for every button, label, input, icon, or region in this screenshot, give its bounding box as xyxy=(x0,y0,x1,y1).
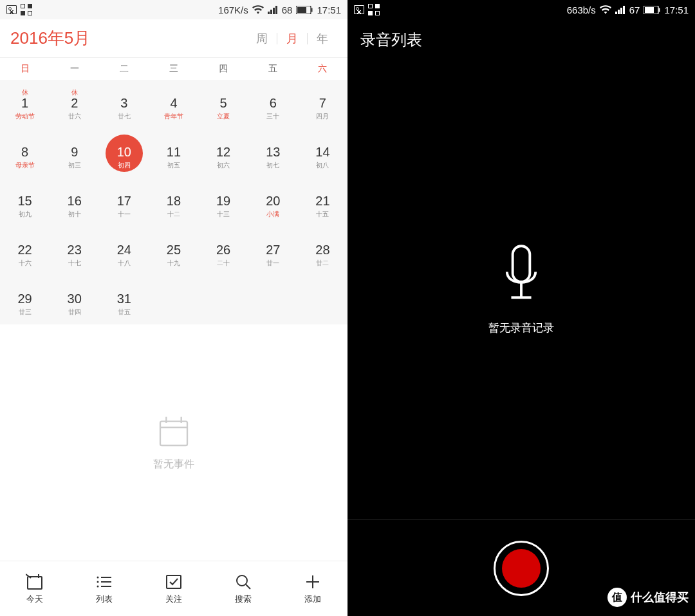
calendar-day[interactable]: 30廿四 xyxy=(50,275,99,324)
view-year[interactable]: 年 xyxy=(308,31,337,46)
calendar-day[interactable]: 6三十 xyxy=(248,80,298,129)
day-number: 6 xyxy=(270,96,277,111)
day-sub: 十八 xyxy=(118,259,131,268)
day-number: 13 xyxy=(266,145,280,160)
calendar-day[interactable]: 休1劳动节 xyxy=(0,80,50,129)
calendar-day[interactable]: 10初四 xyxy=(99,129,149,178)
calendar-day[interactable]: 23十七 xyxy=(50,227,99,275)
day-sub: 廿一 xyxy=(266,259,279,268)
weekday-fri: 五 xyxy=(248,63,298,75)
svg-rect-11 xyxy=(28,577,42,589)
calendar-day[interactable]: 27廿一 xyxy=(248,227,298,275)
nav-search[interactable]: 搜索 xyxy=(208,561,278,616)
calendar-day-empty xyxy=(199,275,248,324)
nav-follow[interactable]: 关注 xyxy=(139,561,208,616)
calendar-day[interactable]: 7四月 xyxy=(298,80,348,129)
svg-rect-26 xyxy=(618,10,620,14)
calendar-day[interactable]: 21十五 xyxy=(298,178,348,227)
calendar-screen: 167K/s 68 17:51 2016年5月 周 月 年 日 一 二 三 四 … xyxy=(0,0,348,616)
record-button[interactable] xyxy=(494,541,549,596)
day-number: 26 xyxy=(216,243,230,257)
day-sub: 初七 xyxy=(266,161,279,170)
day-number: 4 xyxy=(170,96,177,111)
calendar-day[interactable]: 24十八 xyxy=(99,227,149,275)
nav-list[interactable]: 列表 xyxy=(70,561,139,616)
svg-point-21 xyxy=(237,575,247,586)
clock: 17:51 xyxy=(317,5,341,15)
day-number: 31 xyxy=(117,292,131,306)
calendar-day[interactable]: 31廿五 xyxy=(99,275,149,324)
recorder-bottom: 值 什么值得买 xyxy=(348,519,695,616)
day-number: 24 xyxy=(117,243,131,257)
day-sub: 十三 xyxy=(217,210,230,219)
add-icon xyxy=(304,573,322,591)
day-marker: 休 xyxy=(71,88,78,96)
picture-icon xyxy=(354,5,364,14)
day-number: 17 xyxy=(117,194,131,209)
weekday-wed: 三 xyxy=(149,63,198,75)
day-sub: 初九 xyxy=(19,210,32,219)
calendar-day[interactable]: 22十六 xyxy=(0,227,50,275)
calendar-day[interactable]: 15初九 xyxy=(0,178,50,227)
day-sub: 三十 xyxy=(266,112,279,121)
nav-follow-label: 关注 xyxy=(165,593,182,605)
svg-rect-6 xyxy=(311,8,313,12)
calendar-day[interactable]: 9初三 xyxy=(50,129,99,178)
day-number: 8 xyxy=(21,145,28,160)
calendar-day[interactable]: 19十三 xyxy=(199,178,248,227)
calendar-day[interactable]: 14初八 xyxy=(298,129,348,178)
view-week[interactable]: 周 xyxy=(247,31,277,46)
svg-point-17 xyxy=(97,576,99,578)
calendar-day[interactable]: 13初七 xyxy=(248,129,298,178)
bottom-nav: 今天 列表 关注 搜索 添加 xyxy=(0,561,348,616)
signal-icon xyxy=(615,5,626,14)
calendar-day[interactable]: 18十二 xyxy=(149,178,198,227)
calendar-title[interactable]: 2016年5月 xyxy=(10,27,90,50)
calendar-day[interactable]: 8母亲节 xyxy=(0,129,50,178)
watermark-text: 什么值得买 xyxy=(631,590,689,605)
calendar-day[interactable]: 11初五 xyxy=(149,129,198,178)
day-sub: 廿三 xyxy=(19,308,32,317)
svg-point-18 xyxy=(97,581,99,583)
follow-icon xyxy=(165,573,183,591)
calendar-day[interactable]: 3廿七 xyxy=(99,80,149,129)
weekday-mon: 一 xyxy=(50,63,99,75)
calendar-day[interactable]: 29廿三 xyxy=(0,275,50,324)
calendar-header: 2016年5月 周 月 年 xyxy=(0,19,348,58)
calendar-day[interactable]: 16初十 xyxy=(50,178,99,227)
list-icon xyxy=(95,573,113,591)
calendar-day[interactable]: 26二十 xyxy=(199,227,248,275)
svg-rect-31 xyxy=(659,8,660,12)
record-button-inner xyxy=(502,549,541,588)
nav-today[interactable]: 今天 xyxy=(0,561,70,616)
calendar-day[interactable]: 5立夏 xyxy=(199,80,248,129)
day-number: 3 xyxy=(120,96,127,111)
calendar-day-empty xyxy=(248,275,298,324)
calendar-day[interactable]: 休2廿六 xyxy=(50,80,99,129)
svg-line-22 xyxy=(246,584,250,589)
weekday-row: 日 一 二 三 四 五 六 xyxy=(0,58,348,80)
recorder-title: 录音列表 xyxy=(348,19,695,61)
calendar-day[interactable]: 20小满 xyxy=(248,178,298,227)
calendar-day[interactable]: 28廿二 xyxy=(298,227,348,275)
svg-rect-32 xyxy=(513,246,530,282)
day-sub: 十九 xyxy=(167,259,180,268)
day-sub: 廿六 xyxy=(68,112,81,121)
wifi-icon xyxy=(600,5,611,14)
day-number: 7 xyxy=(319,96,326,111)
day-sub: 廿四 xyxy=(68,308,81,317)
calendar-day[interactable]: 4青年节 xyxy=(149,80,198,129)
day-sub: 立夏 xyxy=(217,112,230,121)
day-number: 29 xyxy=(17,292,32,306)
picture-icon xyxy=(6,5,17,14)
day-number: 5 xyxy=(220,96,227,111)
nav-add[interactable]: 添加 xyxy=(278,561,348,616)
calendar-day-empty xyxy=(149,275,198,324)
calendar-day[interactable]: 25十九 xyxy=(149,227,198,275)
view-month[interactable]: 月 xyxy=(277,31,307,46)
calendar-day[interactable]: 12初六 xyxy=(199,129,248,178)
day-sub: 十二 xyxy=(167,210,180,219)
calendar-day[interactable]: 17十一 xyxy=(99,178,149,227)
day-sub: 十五 xyxy=(316,210,329,219)
day-number: 12 xyxy=(216,145,230,160)
